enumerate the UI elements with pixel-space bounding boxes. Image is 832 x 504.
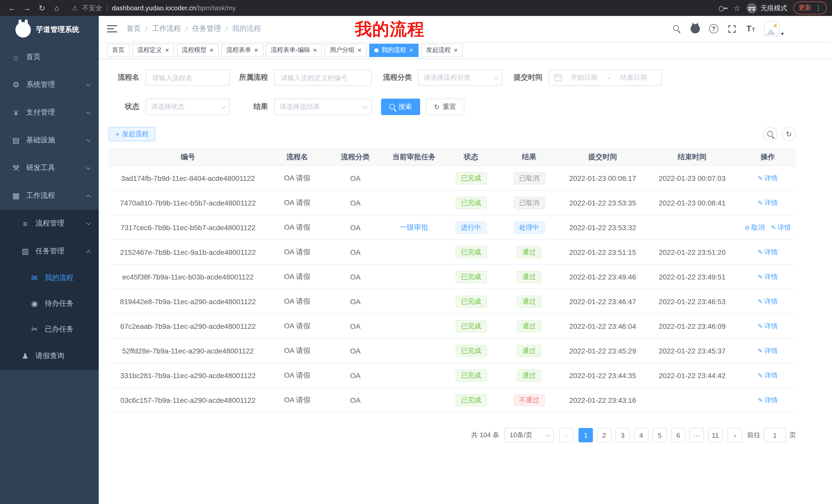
home-button[interactable]: ⌂ (50, 1, 64, 15)
prev-page-button[interactable]: ‹ (559, 428, 573, 442)
breadcrumb-item[interactable]: 工作流程 (152, 24, 181, 33)
page-button-2[interactable]: 2 (597, 428, 612, 442)
tab-user-group[interactable]: 用户分组× (325, 44, 367, 57)
password-key-icon[interactable] (719, 5, 727, 10)
edit-icon: ✎ (758, 347, 763, 354)
close-icon[interactable]: × (409, 47, 413, 53)
refresh-button[interactable]: ↻ (782, 127, 796, 141)
create-process-button[interactable]: + 发起流程 (108, 127, 155, 141)
row-name: OA 请假 (267, 215, 327, 240)
sidebar-item-task-mgmt[interactable]: ▥任务管理 (0, 237, 99, 265)
row-end-time: 2022-01-22 23:46:09 (645, 314, 739, 338)
page-size-select[interactable]: 10条/页 (504, 428, 554, 442)
page-button-3[interactable]: 3 (616, 428, 630, 442)
reset-button[interactable]: ↻ 重置 (426, 99, 464, 115)
header-search-button[interactable] (672, 24, 682, 34)
address-bar[interactable]: ⚠ 不安全 dashboard.yudao.iocoder.cn/bpm/tas… (72, 3, 711, 12)
detail-link[interactable]: ✎详情 (758, 297, 778, 306)
breadcrumb-item[interactable]: 任务管理 (192, 24, 221, 33)
github-button[interactable] (690, 24, 700, 34)
fullscreen-button[interactable] (727, 24, 737, 34)
sidebar-item-todo-tasks[interactable]: ◉待办任务 (0, 291, 99, 316)
page-button-5[interactable]: 5 (653, 428, 667, 442)
sidebar-item-payment[interactable]: ¥支付管理 (0, 99, 99, 127)
close-icon[interactable]: × (313, 47, 317, 53)
breadcrumb-item[interactable]: 首页 (127, 24, 141, 33)
detail-link[interactable]: ✎详情 (758, 173, 778, 183)
table-toolbar: + 发起流程 ↻ (108, 127, 796, 141)
tab-start-process[interactable]: 发起流程× (421, 44, 463, 57)
close-icon[interactable]: × (210, 47, 213, 53)
tab-my-process[interactable]: 我的流程× (369, 44, 418, 57)
bookmark-star-icon[interactable]: ☆ (733, 3, 740, 12)
cancel-link[interactable]: ⊘取消 (745, 223, 765, 232)
result-badge: 不通过 (514, 394, 545, 406)
detail-link[interactable]: ✎详情 (758, 272, 778, 281)
row-submit-time: 2022-01-22 23:45:29 (561, 338, 645, 363)
sidebar-item-workflow[interactable]: ▦工作流程 (0, 182, 99, 209)
tab-process-form-edit[interactable]: 流程表单-编辑× (266, 44, 322, 57)
detail-link[interactable]: ✎详情 (758, 371, 778, 380)
sidebar-item-my-process[interactable]: ✉我的流程 (0, 265, 99, 291)
page-button-11[interactable]: 11 (708, 428, 723, 442)
pagination-ellipsis[interactable]: ··· (690, 428, 704, 442)
goto-page-input[interactable] (763, 428, 786, 442)
breadcrumb-separator: / (186, 25, 188, 33)
reload-button[interactable]: ↻ (35, 1, 49, 15)
row-actions: ✎详情 (739, 363, 796, 388)
detail-link[interactable]: ✎详情 (758, 321, 778, 331)
result-select[interactable]: 请选择流结果 (274, 99, 372, 115)
sidebar-item-process-mgmt[interactable]: ≡流程管理 (0, 209, 99, 237)
user-avatar-menu[interactable]: ▾ (764, 21, 784, 36)
detail-link[interactable]: ✎详情 (758, 247, 778, 257)
column-header: 流程名 (267, 148, 327, 166)
tab-home[interactable]: 首页 (107, 44, 130, 57)
close-icon[interactable]: × (254, 47, 258, 53)
search-button[interactable]: 搜索 (381, 99, 420, 115)
hamburger-button[interactable] (107, 25, 117, 32)
app-shell: 芋道管理系统 ⌂首页⚙系统管理¥支付管理▤基础设施⚒研发工具▦工作流程≡流程管理… (0, 16, 832, 504)
row-end-time (645, 215, 739, 240)
warning-icon: ⚠ (72, 4, 78, 11)
sidebar-item-leave-query[interactable]: ♟请假查询 (0, 342, 99, 370)
sidebar-item-infrastructure[interactable]: ▤基础设施 (0, 127, 99, 154)
detail-link[interactable]: ✎详情 (758, 346, 778, 355)
sidebar-item-devtools[interactable]: ⚒研发工具 (0, 154, 99, 182)
update-button[interactable]: 更新 ⋮ (794, 2, 827, 15)
page-button-4[interactable]: 4 (634, 428, 648, 442)
next-page-button[interactable]: › (728, 428, 742, 442)
forward-button[interactable]: → (20, 1, 34, 15)
process-category-select[interactable]: 请选择流程分类 (418, 69, 502, 86)
search-toggle-button[interactable] (763, 127, 778, 141)
row-category: OA (327, 166, 384, 190)
tab-label: 流程定义 (137, 46, 162, 54)
close-icon[interactable]: × (358, 47, 362, 53)
page-button-1[interactable]: 1 (578, 428, 593, 442)
logo-row[interactable]: 芋道管理系统 (0, 16, 99, 43)
detail-link[interactable]: ✎详情 (758, 198, 778, 207)
tab-process-model[interactable]: 流程模型× (177, 44, 218, 57)
current-task-link[interactable]: 一级审批 (399, 223, 428, 231)
process-category-label: 流程分类 (381, 73, 412, 82)
row-actions: ✎详情 (739, 264, 796, 289)
close-icon[interactable]: × (454, 47, 458, 53)
status-select[interactable]: 请选择状态 (146, 99, 230, 115)
active-dot-icon (374, 48, 379, 52)
back-button[interactable]: ← (5, 1, 19, 15)
page-button-6[interactable]: 6 (671, 428, 685, 442)
detail-link[interactable]: ✎详情 (758, 395, 778, 404)
tab-process-form[interactable]: 流程表单× (221, 44, 263, 57)
detail-link[interactable]: ✎详情 (771, 223, 791, 232)
process-definition-input[interactable] (274, 69, 372, 86)
menu-dots-icon[interactable]: ⋮ (815, 4, 822, 12)
process-name-input[interactable] (146, 69, 230, 86)
font-size-button[interactable]: TT (746, 24, 756, 34)
sidebar-item-system[interactable]: ⚙系统管理 (0, 71, 99, 99)
row-actions: ⊘取消✎详情 (739, 215, 796, 240)
close-icon[interactable]: × (165, 47, 169, 53)
tab-process-definition[interactable]: 流程定义× (132, 44, 174, 57)
submit-time-range-picker[interactable]: 开始日期 - 结束日期 (549, 69, 662, 86)
sidebar-item-home[interactable]: ⌂首页 (0, 43, 99, 71)
help-button[interactable]: ? (709, 24, 719, 34)
sidebar-item-done-tasks[interactable]: ✂已办任务 (0, 316, 99, 342)
